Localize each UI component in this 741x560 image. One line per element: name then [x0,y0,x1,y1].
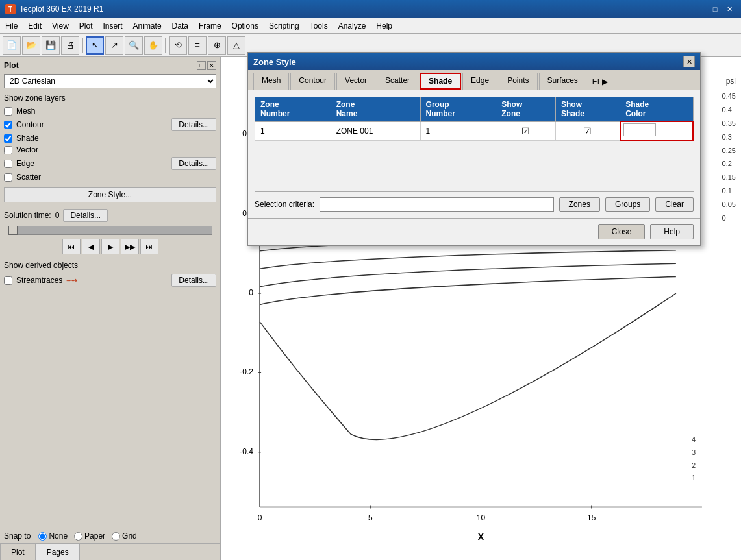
th-show-zone: ShowZone [496,97,556,122]
tab-contour[interactable]: Contour [290,73,335,90]
th-group-number: GroupNumber [420,97,496,122]
cell-show-zone[interactable]: ☑ [496,121,556,140]
shade-color-box[interactable] [623,123,656,136]
clear-btn[interactable]: Clear [655,197,694,212]
cell-show-shade[interactable]: ☑ [555,121,620,140]
cell-shade-color[interactable] [620,121,693,140]
zone-table: ZoneNumber ZoneName GroupNumber ShowZone… [255,97,694,141]
cell-zone-number: 1 [255,121,331,140]
dialog-close-x-btn[interactable]: ✕ [683,56,695,67]
table-row: 1 ZONE 001 1 ☑ ☑ [255,121,694,140]
cell-group-number: 1 [420,121,496,140]
groups-btn[interactable]: Groups [605,197,650,212]
table-empty-space [255,147,694,186]
zone-dialog: Zone Style ✕ Mesh Contour Vector Scatter… [247,52,701,246]
tab-shade[interactable]: Shade [420,73,461,90]
zones-btn[interactable]: Zones [559,197,600,212]
cell-zone-name: ZONE 001 [331,121,420,140]
close-btn[interactable]: Close [598,224,646,239]
th-shade-color: ShadeColor [620,97,693,122]
dialog-content: ZoneNumber ZoneName GroupNumber ShowZone… [248,90,700,218]
dialog-title: Zone Style [253,57,296,67]
dialog-action-row: Close Help [248,218,700,245]
tab-mesh[interactable]: Mesh [253,73,289,90]
tab-surfaces[interactable]: Surfaces [539,73,586,90]
dialog-title-bar: Zone Style ✕ [248,53,700,70]
tab-more-btn[interactable]: Ef ▶ [588,73,612,90]
dialog-overlay: Zone Style ✕ Mesh Contour Vector Scatter… [0,0,741,560]
th-zone-number: ZoneNumber [255,97,331,122]
tab-scatter[interactable]: Scatter [377,73,418,90]
selection-label: Selection criteria: [255,200,314,209]
selection-row: Selection criteria: Zones Groups Clear [255,191,694,212]
help-btn[interactable]: Help [650,224,694,239]
tab-edge[interactable]: Edge [462,73,497,90]
dialog-tabs: Mesh Contour Vector Scatter Shade Edge P… [248,70,700,90]
th-show-shade: ShowShade [555,97,620,122]
tab-vector[interactable]: Vector [336,73,375,90]
th-zone-name: ZoneName [331,97,420,122]
selection-input[interactable] [320,197,554,212]
tab-points[interactable]: Points [499,73,537,90]
